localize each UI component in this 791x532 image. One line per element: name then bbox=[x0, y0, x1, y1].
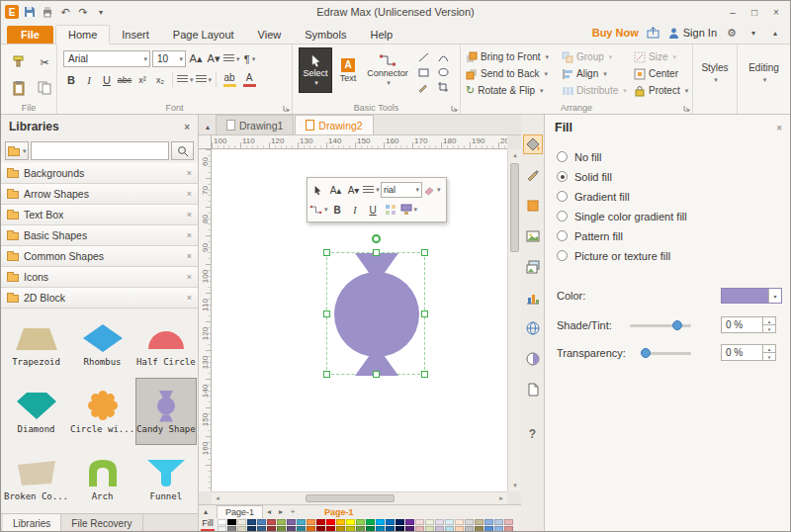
scroll-right-icon[interactable]: ▸ bbox=[495, 492, 507, 504]
tab-symbols[interactable]: Symbols bbox=[293, 26, 358, 44]
center-button[interactable]: Center bbox=[634, 66, 689, 81]
tab-drawing1[interactable]: Drawing1 bbox=[216, 115, 294, 134]
color-swatch[interactable] bbox=[435, 526, 444, 532]
float-eraser-button[interactable]: ▾ bbox=[423, 181, 441, 199]
text-highlight-button[interactable]: ab bbox=[220, 71, 238, 89]
drawing-canvas[interactable]: A▴ A▾ ▾ rial▾ ▾ ▾ B I U ▾ bbox=[212, 149, 507, 491]
font-family-select[interactable]: Arial▾ bbox=[63, 50, 150, 67]
color-swatch[interactable] bbox=[435, 519, 444, 525]
send-to-back-button[interactable]: Send to Back▾ bbox=[466, 66, 557, 81]
color-swatch[interactable] bbox=[504, 526, 513, 532]
draw-line-button[interactable] bbox=[414, 50, 433, 64]
share-icon[interactable] bbox=[647, 25, 660, 41]
draw-rectangle-button[interactable] bbox=[414, 65, 433, 79]
shape-cell[interactable]: Diamond bbox=[3, 378, 69, 445]
print-icon[interactable] bbox=[41, 4, 54, 20]
color-swatch[interactable] bbox=[257, 519, 266, 525]
next-page-icon[interactable]: ▸ bbox=[275, 507, 287, 516]
color-swatch[interactable] bbox=[227, 519, 236, 525]
resize-handle-sw[interactable] bbox=[323, 371, 330, 378]
color-swatch[interactable] bbox=[475, 519, 483, 525]
resize-handle-s[interactable] bbox=[373, 371, 380, 378]
color-swatch[interactable] bbox=[346, 526, 355, 532]
hyperlink-icon[interactable] bbox=[523, 318, 543, 338]
library-item[interactable]: Backgrounds× bbox=[1, 163, 198, 184]
collapse-ribbon-icon[interactable]: ▴ bbox=[768, 25, 782, 41]
settings-gear-icon[interactable]: ⚙ bbox=[725, 25, 739, 41]
color-swatch[interactable] bbox=[307, 526, 315, 532]
color-swatch[interactable] bbox=[445, 519, 454, 525]
format-painter-icon[interactable] bbox=[9, 53, 29, 71]
superscript-button[interactable]: x² bbox=[134, 71, 150, 89]
group-button[interactable]: Group▾ bbox=[562, 49, 629, 64]
scroll-up-icon[interactable]: ▴ bbox=[508, 149, 522, 161]
close-icon[interactable]: × bbox=[187, 293, 192, 303]
float-decrease-font-button[interactable]: A▾ bbox=[345, 181, 362, 199]
shape-cell[interactable]: Rhombus bbox=[69, 310, 135, 378]
color-swatch[interactable] bbox=[287, 526, 296, 532]
close-panel-icon[interactable]: × bbox=[184, 122, 190, 133]
align-button[interactable]: Align▾ bbox=[562, 66, 629, 81]
add-page-button[interactable]: + bbox=[287, 507, 299, 516]
page-tab[interactable]: Page-1 bbox=[217, 505, 263, 518]
color-swatch[interactable] bbox=[326, 519, 335, 525]
spin-up-icon[interactable]: ▴ bbox=[763, 317, 775, 325]
fill-option[interactable]: Single color gradient fill bbox=[557, 210, 791, 222]
prev-page-icon[interactable]: ◂ bbox=[263, 507, 275, 516]
rotation-handle[interactable] bbox=[372, 234, 381, 243]
library-item[interactable]: Basic Shapes× bbox=[1, 225, 198, 246]
resize-handle-w[interactable] bbox=[323, 310, 330, 317]
color-swatch[interactable] bbox=[455, 519, 464, 525]
color-swatch[interactable] bbox=[267, 526, 276, 532]
search-button[interactable] bbox=[171, 141, 194, 160]
rotate-flip-button[interactable]: ↻Rotate & Flip▾ bbox=[466, 83, 557, 98]
color-swatch[interactable] bbox=[277, 519, 286, 525]
shade-slider-handle[interactable] bbox=[672, 320, 682, 330]
save-icon[interactable] bbox=[23, 4, 37, 20]
bullet-list-button[interactable]: ▾ bbox=[196, 71, 213, 89]
float-increase-font-button[interactable]: A▴ bbox=[327, 181, 344, 199]
color-swatch[interactable] bbox=[336, 526, 345, 532]
vertical-scroll-thumb[interactable] bbox=[510, 163, 519, 252]
shape-style-icon[interactable] bbox=[523, 196, 543, 216]
color-swatch[interactable] bbox=[396, 526, 404, 532]
select-tool-button[interactable]: Select ▾ bbox=[299, 47, 332, 93]
spin-down-icon[interactable]: ▾ bbox=[763, 353, 775, 360]
horizontal-scrollbar[interactable]: ◂ ▸ bbox=[212, 491, 507, 504]
styles-button[interactable]: Styles▾ bbox=[693, 44, 737, 114]
draw-curve-button[interactable] bbox=[434, 50, 453, 64]
color-swatch[interactable] bbox=[494, 519, 503, 525]
shade-slider[interactable] bbox=[630, 324, 691, 327]
font-dialog-launcher-icon[interactable] bbox=[283, 105, 290, 112]
tab-view[interactable]: View bbox=[246, 26, 294, 44]
bring-to-front-button[interactable]: Bring to Front▾ bbox=[466, 49, 557, 64]
transparency-spinner[interactable]: 0 %▴▾ bbox=[721, 344, 776, 361]
fill-option[interactable]: Picture or texture fill bbox=[557, 249, 791, 262]
help-icon[interactable]: ? bbox=[523, 424, 543, 444]
candy-shape[interactable] bbox=[327, 253, 426, 376]
size-button[interactable]: Size▾ bbox=[634, 49, 689, 64]
fill-color-indicator[interactable]: Fill bbox=[201, 519, 215, 532]
fill-option[interactable]: Gradient fill bbox=[557, 190, 791, 203]
close-icon[interactable]: × bbox=[187, 251, 192, 261]
shape-cell[interactable]: Funnel bbox=[135, 445, 197, 512]
close-icon[interactable]: × bbox=[187, 230, 192, 240]
tab-insert[interactable]: Insert bbox=[110, 26, 161, 44]
horizontal-scroll-thumb[interactable] bbox=[306, 494, 395, 502]
fill-option[interactable]: No fill bbox=[557, 150, 791, 163]
float-style-button[interactable]: ▾ bbox=[400, 201, 418, 219]
close-panel-icon[interactable]: × bbox=[776, 123, 782, 133]
arrange-dialog-launcher-icon[interactable] bbox=[683, 105, 690, 112]
editing-button[interactable]: Editing▾ bbox=[738, 44, 790, 114]
library-item[interactable]: 2D Block× bbox=[1, 288, 198, 309]
shape-cell[interactable]: Broken Co... bbox=[3, 445, 69, 512]
subscript-button[interactable]: x₂ bbox=[152, 71, 168, 89]
copy-icon[interactable] bbox=[35, 79, 54, 97]
decrease-font-button[interactable]: A▾ bbox=[206, 50, 221, 68]
color-swatch[interactable] bbox=[297, 526, 306, 532]
tab-page-layout[interactable]: Page Layout bbox=[161, 26, 246, 44]
library-item[interactable]: Common Shapes× bbox=[1, 246, 198, 267]
spin-down-icon[interactable]: ▾ bbox=[763, 325, 775, 332]
color-swatch[interactable] bbox=[237, 519, 246, 525]
color-swatch[interactable] bbox=[366, 526, 375, 532]
